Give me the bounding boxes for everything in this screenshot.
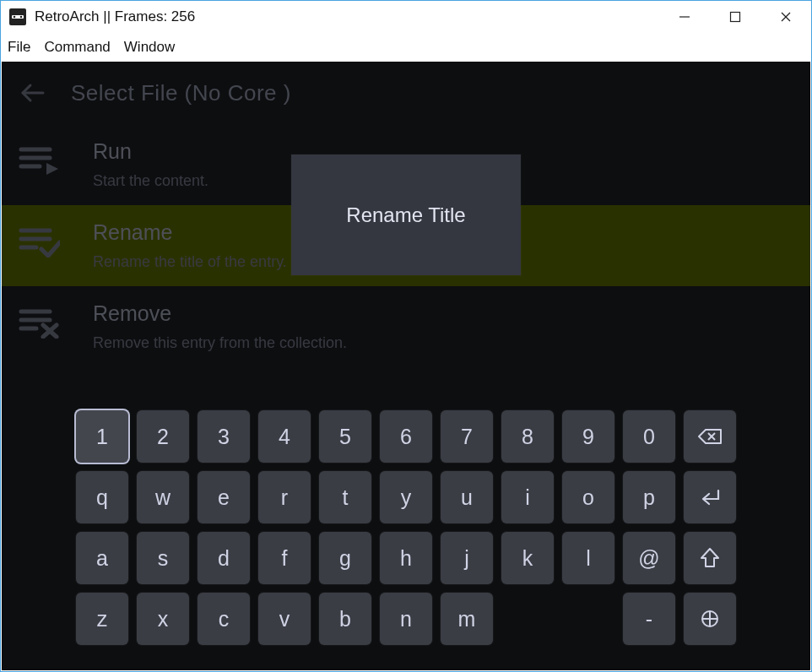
popup-title: Rename Title bbox=[346, 203, 465, 227]
minimize-button[interactable] bbox=[659, 1, 710, 33]
svg-rect-4 bbox=[731, 13, 740, 22]
key-x[interactable]: x bbox=[137, 593, 189, 645]
key-v[interactable]: v bbox=[258, 593, 311, 645]
key-k[interactable]: k bbox=[501, 532, 554, 584]
key-q[interactable]: q bbox=[76, 471, 128, 523]
key-a[interactable]: a bbox=[76, 532, 128, 584]
key-at[interactable]: @ bbox=[623, 532, 675, 584]
key-2[interactable]: 2 bbox=[137, 410, 189, 463]
key-u[interactable]: u bbox=[441, 471, 493, 523]
key-i[interactable]: i bbox=[501, 471, 554, 523]
app-icon bbox=[9, 8, 26, 25]
rename-popup: Rename Title bbox=[291, 154, 521, 275]
key-f[interactable]: f bbox=[258, 532, 311, 584]
key-h[interactable]: h bbox=[380, 532, 432, 584]
key-sym[interactable] bbox=[684, 593, 736, 645]
key-9[interactable]: 9 bbox=[562, 410, 614, 463]
menubar: File Command Window bbox=[1, 33, 811, 62]
key-back[interactable] bbox=[684, 410, 736, 463]
svg-point-2 bbox=[20, 16, 23, 19]
key-m[interactable]: m bbox=[441, 593, 493, 645]
key-n[interactable]: n bbox=[380, 593, 432, 645]
key-b[interactable]: b bbox=[319, 593, 371, 645]
key-o[interactable]: o bbox=[562, 471, 614, 523]
key-e[interactable]: e bbox=[198, 471, 250, 523]
key-shift[interactable] bbox=[684, 532, 736, 584]
key-c[interactable]: c bbox=[198, 593, 250, 645]
close-button[interactable] bbox=[761, 1, 811, 33]
key-l[interactable]: l bbox=[562, 532, 614, 584]
key-8[interactable]: 8 bbox=[501, 410, 554, 463]
onscreen-keyboard: 1234567890qwertyuiopasdfghjkl@zxcvbnm- bbox=[76, 410, 736, 645]
key-t[interactable]: t bbox=[319, 471, 371, 523]
key-enter[interactable] bbox=[684, 471, 736, 523]
svg-point-1 bbox=[14, 16, 16, 19]
key-s[interactable]: s bbox=[137, 532, 189, 584]
key-7[interactable]: 7 bbox=[441, 410, 493, 463]
key-6[interactable]: 6 bbox=[380, 410, 432, 463]
key-dash[interactable]: - bbox=[623, 593, 675, 645]
key-r[interactable]: r bbox=[258, 471, 311, 523]
key-j[interactable]: j bbox=[441, 532, 493, 584]
key-5[interactable]: 5 bbox=[319, 410, 371, 463]
key-w[interactable]: w bbox=[137, 471, 189, 523]
menu-window[interactable]: Window bbox=[124, 39, 175, 56]
window-titlebar: RetroArch || Frames: 256 bbox=[1, 1, 811, 33]
key-4[interactable]: 4 bbox=[258, 410, 311, 463]
key-d[interactable]: d bbox=[198, 532, 250, 584]
menu-file[interactable]: File bbox=[8, 39, 30, 56]
backspace-icon bbox=[697, 427, 723, 446]
window-controls bbox=[659, 1, 811, 33]
enter-icon bbox=[698, 487, 722, 507]
menu-command[interactable]: Command bbox=[44, 39, 110, 56]
key-1[interactable]: 1 bbox=[76, 410, 128, 463]
viewport: Select File (No Core ) Run Start the con… bbox=[2, 62, 810, 670]
key-g[interactable]: g bbox=[319, 532, 371, 584]
key-y[interactable]: y bbox=[380, 471, 432, 523]
symbols-icon bbox=[700, 609, 720, 629]
shift-icon bbox=[700, 547, 720, 569]
key-p[interactable]: p bbox=[623, 471, 675, 523]
key-3[interactable]: 3 bbox=[198, 410, 250, 463]
window-title: RetroArch || Frames: 256 bbox=[35, 8, 195, 25]
key-0[interactable]: 0 bbox=[623, 410, 675, 463]
maximize-button[interactable] bbox=[710, 1, 761, 33]
key-z[interactable]: z bbox=[76, 593, 128, 645]
